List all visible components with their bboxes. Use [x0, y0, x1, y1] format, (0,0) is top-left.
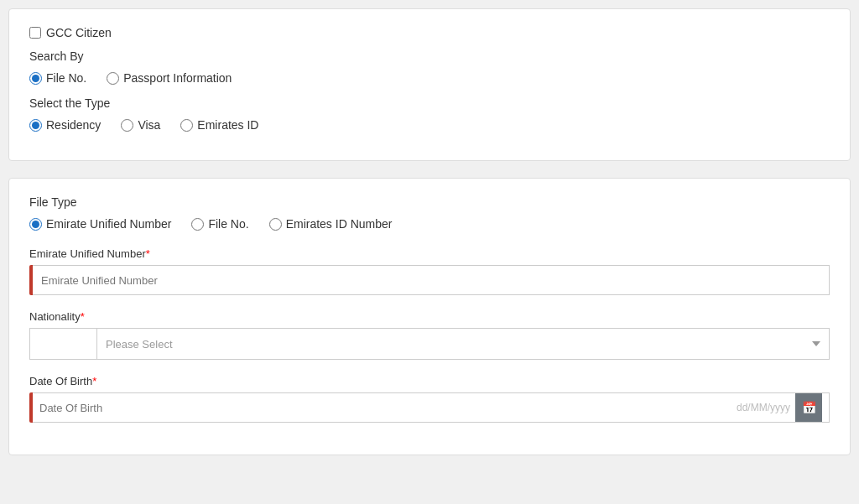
type-visa-radio[interactable]	[121, 119, 133, 132]
file-type-emirates-id-number[interactable]: Emirates ID Number	[269, 217, 393, 231]
dob-field-label: Date Of Birth*	[29, 375, 830, 387]
dob-input-wrapper: dd/MM/yyyy 📅	[29, 392, 830, 423]
type-visa-label: Visa	[138, 118, 160, 132]
emirate-unified-field-label: Emirate Unified Number*	[29, 247, 830, 260]
emirate-unified-input[interactable]	[33, 265, 830, 295]
nationality-select-row: Please Select	[29, 328, 830, 360]
search-by-passport[interactable]: Passport Information	[107, 71, 232, 85]
calendar-button[interactable]: 📅	[795, 393, 822, 422]
type-visa[interactable]: Visa	[121, 118, 160, 132]
type-emirates-id-label: Emirates ID	[197, 118, 258, 132]
nationality-flag-box	[30, 329, 97, 359]
gcc-citizen-row: GCC Citizen	[29, 26, 830, 39]
search-by-group: File No. Passport Information	[29, 71, 830, 85]
search-by-file-no[interactable]: File No.	[29, 71, 86, 85]
dob-inner: dd/MM/yyyy 📅	[33, 392, 830, 423]
file-type-card: File Type Emirate Unified Number File No…	[8, 178, 851, 455]
search-passport-radio[interactable]	[107, 72, 119, 85]
nationality-field-label: Nationality*	[29, 310, 830, 323]
search-file-no-label: File No.	[46, 71, 86, 85]
select-type-label: Select the Type	[29, 96, 830, 110]
nationality-field-group: Nationality* Please Select	[29, 310, 830, 360]
ft-emirate-unified-label: Emirate Unified Number	[46, 217, 171, 231]
file-type-emirate-unified[interactable]: Emirate Unified Number	[29, 217, 171, 231]
ft-file-no-radio[interactable]	[191, 218, 204, 231]
dob-input[interactable]	[39, 402, 737, 414]
type-residency-radio[interactable]	[29, 119, 42, 132]
file-type-file-no[interactable]: File No.	[191, 217, 248, 231]
type-residency[interactable]: Residency	[29, 118, 101, 132]
gcc-citizen-checkbox[interactable]	[29, 27, 41, 39]
file-type-group: Emirate Unified Number File No. Emirates…	[29, 217, 830, 231]
dob-field-group: Date Of Birth* dd/MM/yyyy 📅	[29, 375, 830, 423]
type-emirates-id-radio[interactable]	[180, 119, 193, 132]
emirate-unified-input-wrapper	[29, 265, 830, 295]
search-card: GCC Citizen Search By File No. Passport …	[8, 8, 851, 161]
gcc-citizen-label: GCC Citizen	[46, 26, 112, 39]
type-residency-label: Residency	[46, 118, 101, 132]
file-type-label: File Type	[29, 195, 830, 209]
ft-emirates-id-number-radio[interactable]	[269, 218, 282, 231]
calendar-icon: 📅	[802, 401, 816, 414]
search-by-label: Search By	[29, 49, 830, 63]
ft-emirate-unified-radio[interactable]	[29, 218, 42, 231]
select-type-group: Residency Visa Emirates ID	[29, 118, 830, 132]
nationality-select[interactable]: Please Select	[97, 329, 829, 359]
ft-emirates-id-number-label: Emirates ID Number	[286, 217, 393, 231]
ft-file-no-label: File No.	[208, 217, 248, 231]
dob-format-hint: dd/MM/yyyy	[737, 402, 790, 413]
type-emirates-id[interactable]: Emirates ID	[180, 118, 258, 132]
search-file-no-radio[interactable]	[29, 72, 42, 85]
emirate-unified-field-group: Emirate Unified Number*	[29, 247, 830, 295]
search-passport-label: Passport Information	[123, 71, 232, 85]
